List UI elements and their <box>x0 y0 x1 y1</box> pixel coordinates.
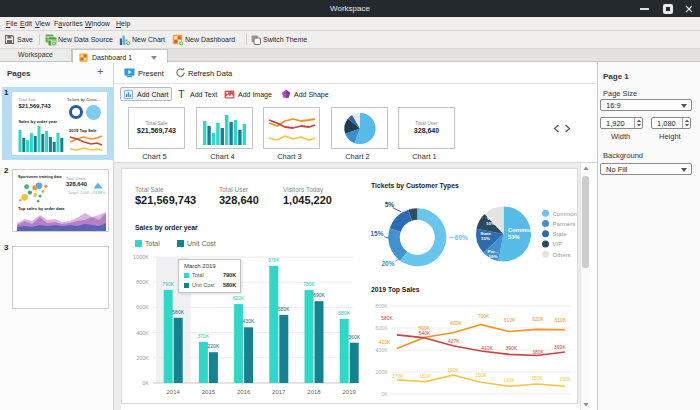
svg-text:170K: 170K <box>392 373 404 379</box>
svg-text:540K: 540K <box>419 330 431 336</box>
svg-text:2017: 2017 <box>272 389 286 395</box>
svg-text:2014: 2014 <box>167 389 181 395</box>
svg-text:0K: 0K <box>142 380 149 386</box>
svg-text:800K: 800K <box>375 303 388 309</box>
svg-text:Common: Common <box>553 211 577 217</box>
svg-text:610K: 610K <box>555 317 567 323</box>
svg-text:200K: 200K <box>136 355 149 361</box>
svg-text:399K: 399K <box>554 344 566 350</box>
svg-text:VIP: VIP <box>553 241 563 247</box>
svg-text:400K: 400K <box>136 330 149 336</box>
svg-text:15%: 15% <box>370 230 383 237</box>
svg-text:600K: 600K <box>136 304 149 310</box>
svg-text:390K: 390K <box>506 345 518 351</box>
svg-text:0K: 0K <box>381 391 388 397</box>
svg-text:60%: 60% <box>455 234 468 241</box>
svg-text:20%: 20% <box>381 260 394 267</box>
svg-text:790K: 790K <box>162 281 174 287</box>
svg-text:2018: 2018 <box>307 389 321 395</box>
svg-text:620K: 620K <box>233 295 245 301</box>
svg-text:690K: 690K <box>313 292 325 298</box>
svg-text:580K: 580K <box>172 309 184 315</box>
svg-text:800K: 800K <box>136 279 149 285</box>
svg-text:580K: 580K <box>381 315 393 321</box>
svg-text:410K: 410K <box>379 339 391 345</box>
svg-text:620K: 620K <box>532 316 544 322</box>
svg-text:15%: 15% <box>481 236 490 241</box>
svg-text:150K: 150K <box>475 372 487 378</box>
svg-text:10%: 10% <box>489 254 498 259</box>
svg-text:200K: 200K <box>375 369 388 375</box>
svg-text:700K: 700K <box>478 313 490 319</box>
svg-text:2015: 2015 <box>202 389 216 395</box>
svg-text:130K: 130K <box>503 377 515 383</box>
svg-text:Others: Others <box>553 252 571 258</box>
svg-text:Common: Common <box>508 227 534 233</box>
svg-text:610K: 610K <box>504 317 516 323</box>
svg-text:1000K: 1000K <box>133 255 149 260</box>
svg-text:410K: 410K <box>481 345 493 351</box>
svg-text:780K: 780K <box>303 281 315 287</box>
svg-text:190K: 190K <box>447 367 459 373</box>
svg-text:600K: 600K <box>450 320 462 326</box>
svg-text:600K: 600K <box>375 325 388 331</box>
svg-text:970K: 970K <box>268 257 280 263</box>
svg-text:2019: 2019 <box>343 389 357 395</box>
svg-text:53%: 53% <box>508 234 520 240</box>
svg-text:10%: 10% <box>486 221 495 226</box>
svg-text:160K: 160K <box>419 373 431 379</box>
svg-text:580K: 580K <box>278 306 290 312</box>
svg-text:580K: 580K <box>338 310 350 316</box>
svg-text:380K: 380K <box>532 349 544 355</box>
svg-text:370K: 370K <box>198 333 210 339</box>
svg-text:360K: 360K <box>348 334 360 340</box>
svg-text:2016: 2016 <box>237 389 251 395</box>
svg-text:Partners: Partners <box>553 221 576 227</box>
svg-text:150K: 150K <box>531 375 543 381</box>
svg-text:400K: 400K <box>375 347 388 353</box>
svg-text:427K: 427K <box>448 338 460 344</box>
svg-text:220K: 220K <box>208 343 220 349</box>
svg-text:130K: 130K <box>559 376 571 382</box>
svg-text:430K: 430K <box>243 318 255 324</box>
svg-text:State: State <box>553 231 568 237</box>
svg-text:5%: 5% <box>385 201 395 208</box>
